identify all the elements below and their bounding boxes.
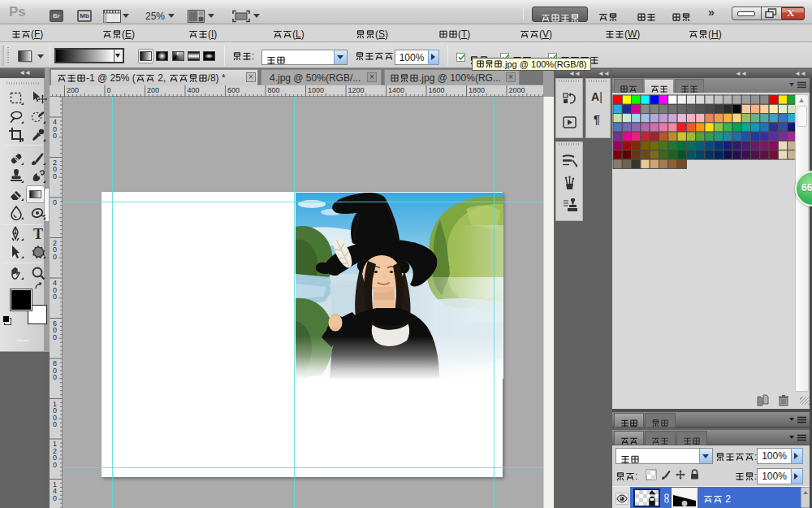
svg-text:0: 0 [53,420,57,428]
svg-text:0: 0 [53,132,57,140]
svg-text:2000: 2000 [509,86,525,94]
svg-text:0: 0 [53,373,57,381]
svg-text:1000: 1000 [308,86,324,94]
svg-text:0: 0 [53,333,57,341]
svg-text:0: 0 [107,86,111,94]
svg-text:0: 0 [53,494,57,502]
svg-text:200: 200 [67,86,79,94]
svg-text:0: 0 [53,461,57,469]
svg-text:T: T [32,226,42,242]
svg-text:200: 200 [147,86,159,94]
svg-text:1200: 1200 [348,86,365,94]
svg-text:1800: 1800 [469,86,485,94]
svg-text:0: 0 [53,253,57,261]
svg-text:600: 600 [227,86,240,94]
svg-text:800: 800 [268,86,280,94]
svg-text:0: 0 [53,198,57,206]
svg-text:1400: 1400 [388,86,404,94]
svg-text:400: 400 [188,86,200,94]
svg-text:0: 0 [53,172,57,180]
svg-text:1600: 1600 [429,86,445,94]
svg-text:0: 0 [53,293,57,301]
